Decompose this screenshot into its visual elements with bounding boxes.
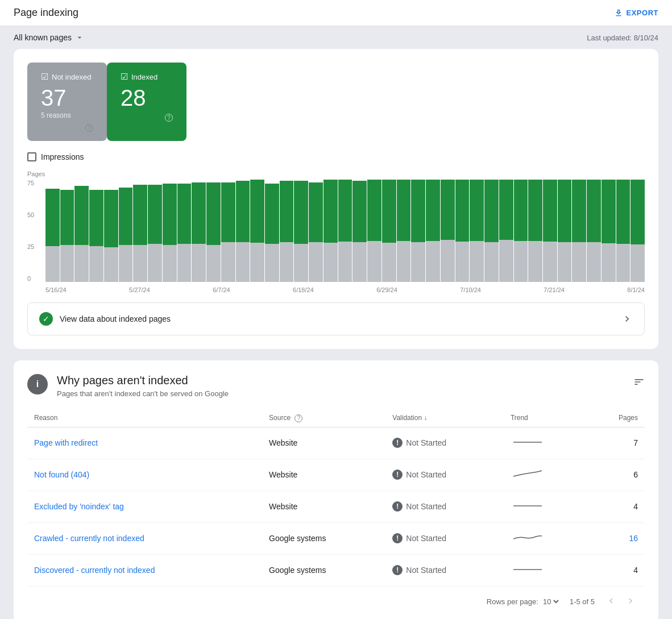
not-started-icon: ! xyxy=(392,470,403,480)
indexed-help-icon[interactable]: ? xyxy=(165,114,173,122)
bar-group xyxy=(163,180,177,282)
trend-wave-icon xyxy=(511,531,545,545)
bar-group xyxy=(250,180,264,282)
prev-page-button[interactable] xyxy=(604,593,619,610)
table-row: Page with redirect Website ! Not Started… xyxy=(27,427,645,459)
main-content: ☑ Not indexed 37 5 reasons ? ☑ Indexed 2… xyxy=(0,49,672,619)
toolbar: All known pages Last updated: 8/10/24 xyxy=(0,26,672,49)
bar-group xyxy=(338,180,352,282)
trend-flat-icon xyxy=(511,563,545,576)
trend-cell xyxy=(504,491,587,522)
source-cell: Website xyxy=(262,491,385,522)
chart-y-title: Pages xyxy=(27,171,645,177)
view-data-button[interactable]: ✓ View data about indexed pages xyxy=(27,302,645,335)
section-title-group: Why pages aren't indexed Pages that aren… xyxy=(57,374,229,398)
bar-group xyxy=(411,180,425,282)
bar-group xyxy=(426,180,440,282)
not-started-icon: ! xyxy=(392,438,403,448)
not-indexed-box[interactable]: ☑ Not indexed 37 5 reasons ? xyxy=(27,63,107,141)
view-data-label: View data about indexed pages xyxy=(60,314,171,323)
bar-group xyxy=(397,180,411,282)
trend-cell xyxy=(504,427,587,459)
rows-per-page-select[interactable]: 10 25 50 xyxy=(541,597,561,606)
bar-group xyxy=(630,180,645,282)
last-updated: Last updated: 8/10/24 xyxy=(587,34,658,42)
col-trend: Trend xyxy=(504,409,587,427)
trend-cell xyxy=(504,459,587,491)
bar-group xyxy=(352,180,367,282)
source-help-icon[interactable]: ? xyxy=(294,414,302,422)
col-validation[interactable]: Validation ↓ xyxy=(385,409,504,427)
indexed-box[interactable]: ☑ Indexed 28 ? xyxy=(107,63,186,141)
bar-group xyxy=(148,180,162,282)
pages-count-cell: 6 xyxy=(587,459,645,491)
rows-per-page: Rows per page: 10 25 50 xyxy=(487,597,561,606)
not-indexed-label: Not indexed xyxy=(52,73,91,81)
index-card: ☑ Not indexed 37 5 reasons ? ☑ Indexed 2… xyxy=(14,49,658,349)
chart-x-labels: 5/16/245/27/246/7/246/18/246/29/247/10/2… xyxy=(45,286,645,293)
filter-icon[interactable] xyxy=(633,376,645,390)
bar-group xyxy=(441,180,455,282)
indexed-header: ☑ Indexed xyxy=(121,72,173,82)
section-title: Why pages aren't indexed xyxy=(57,374,229,387)
col-reason: Reason xyxy=(27,409,262,427)
why-indexed-card: i Why pages aren't indexed Pages that ar… xyxy=(14,360,658,619)
bar-group xyxy=(543,180,557,282)
not-started-icon: ! xyxy=(392,565,403,575)
trend-cell xyxy=(504,554,587,586)
green-check-icon: ✓ xyxy=(39,312,53,326)
table-row: Crawled - currently not indexed Google s… xyxy=(27,522,645,554)
trend-cell xyxy=(504,522,587,554)
indexed-label: Indexed xyxy=(131,73,157,81)
bar-group xyxy=(265,180,279,282)
chart-area: 75 50 25 0 xyxy=(27,180,645,293)
bar-group xyxy=(309,180,323,282)
bar-group xyxy=(572,180,586,282)
info-icon: i xyxy=(27,374,48,394)
validation-cell: ! Not Started xyxy=(385,427,504,459)
bar-group xyxy=(104,180,118,282)
page-nav xyxy=(604,593,638,610)
indexed-count: 28 xyxy=(121,86,173,109)
validation-cell: ! Not Started xyxy=(385,491,504,522)
section-header: i Why pages aren't indexed Pages that ar… xyxy=(27,374,645,398)
not-indexed-help-icon[interactable]: ? xyxy=(85,124,93,132)
trend-flat-icon xyxy=(511,435,545,449)
col-source: Source ? xyxy=(262,409,385,427)
source-cell: Google systems xyxy=(262,554,385,586)
pages-count-cell: 7 xyxy=(587,427,645,459)
validation-cell: ! Not Started xyxy=(385,554,504,586)
bar-group xyxy=(455,180,470,282)
impressions-checkbox[interactable] xyxy=(27,152,36,161)
export-button[interactable]: EXPORT xyxy=(614,9,658,18)
indexing-table: Reason Source ? Validation ↓ Trend Pages… xyxy=(27,409,645,587)
reason-cell: Page with redirect xyxy=(27,427,262,459)
bar-group xyxy=(587,180,601,282)
bar-group xyxy=(45,180,60,282)
bar-group xyxy=(221,180,235,282)
chart-container: Pages 75 50 25 0 xyxy=(27,171,645,293)
source-cell: Website xyxy=(262,427,385,459)
bar-group xyxy=(558,180,572,282)
bar-group xyxy=(616,180,630,282)
table-row: Discovered - currently not indexed Googl… xyxy=(27,554,645,586)
bar-group xyxy=(382,180,396,282)
not-started-icon: ! xyxy=(392,533,403,543)
validation-label: Not Started xyxy=(406,566,446,575)
validation-cell: ! Not Started xyxy=(385,459,504,491)
not-indexed-sub: 5 reasons xyxy=(41,111,93,119)
bar-group xyxy=(367,180,381,282)
next-page-button[interactable] xyxy=(623,593,638,610)
not-indexed-header: ☑ Not indexed xyxy=(41,72,93,82)
bar-group xyxy=(119,180,133,282)
not-started-icon: ! xyxy=(392,501,403,512)
export-icon xyxy=(614,9,623,18)
page-range: 1-5 of 5 xyxy=(570,597,595,606)
pages-filter-dropdown[interactable]: All known pages xyxy=(14,33,84,42)
pages-count-cell: 16 xyxy=(587,522,645,554)
validation-label: Not Started xyxy=(406,438,446,447)
validation-cell: ! Not Started xyxy=(385,522,504,554)
col-pages: Pages xyxy=(587,409,645,427)
pages-count-cell: 4 xyxy=(587,491,645,522)
bar-group xyxy=(192,180,206,282)
